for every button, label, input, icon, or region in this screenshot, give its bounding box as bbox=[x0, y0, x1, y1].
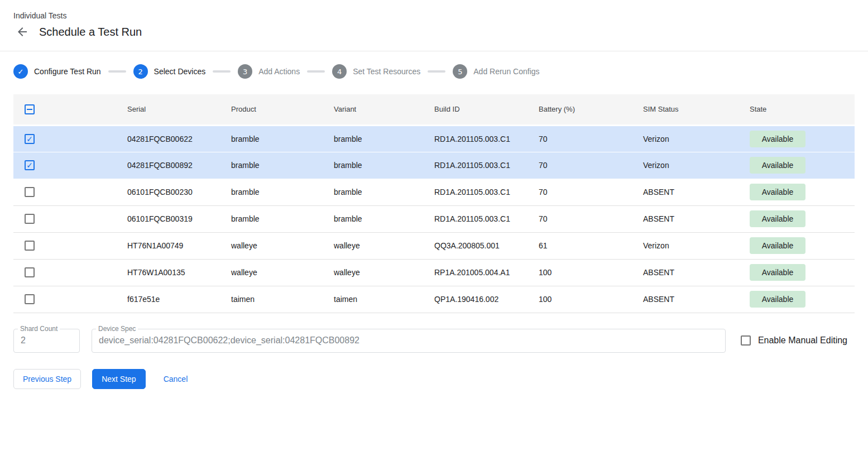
step-label: Select Devices bbox=[154, 67, 206, 76]
device-spec-value: device_serial:04281FQCB00622;device_seri… bbox=[99, 335, 359, 346]
table-row[interactable]: 04281FQCB00892 bramble bramble RD1A.2011… bbox=[13, 152, 855, 179]
step-set-test-resources[interactable]: 4 Set Test Resources bbox=[332, 64, 420, 79]
serial-cell: HT76N1A00749 bbox=[127, 232, 231, 259]
shard-count-label: Shard Count bbox=[18, 325, 60, 333]
step-circle: ✓ bbox=[13, 64, 28, 79]
step-add-rerun-configs[interactable]: 5 Add Rerun Configs bbox=[453, 64, 539, 79]
column-header-product: Product bbox=[231, 94, 334, 125]
table-row[interactable]: f617e51e taimen taimen QP1A.190416.002 1… bbox=[13, 286, 855, 313]
enable-manual-editing-toggle[interactable]: Enable Manual Editing bbox=[741, 335, 847, 346]
step-label: Configure Test Run bbox=[34, 67, 101, 76]
sim-status-cell: Verizon bbox=[643, 232, 750, 259]
row-checkbox[interactable] bbox=[25, 187, 35, 197]
state-badge: Available bbox=[750, 131, 805, 147]
table-row[interactable]: 06101FQCB00230 bramble bramble RD1A.2011… bbox=[13, 179, 855, 205]
serial-cell: f617e51e bbox=[127, 286, 231, 313]
build-id-cell: RD1A.201105.003.C1 bbox=[434, 205, 539, 232]
row-checkbox[interactable] bbox=[25, 294, 35, 304]
state-badge: Available bbox=[750, 237, 805, 254]
product-cell: walleye bbox=[231, 232, 334, 259]
battery-cell: 70 bbox=[539, 125, 643, 152]
column-header-state: State bbox=[750, 94, 855, 125]
build-id-cell: RP1A.201005.004.A1 bbox=[434, 259, 539, 286]
table-row[interactable]: 04281FQCB00622 bramble bramble RD1A.2011… bbox=[13, 125, 855, 152]
shard-count-value: 2 bbox=[21, 335, 26, 346]
serial-cell: 06101FQCB00319 bbox=[127, 205, 231, 232]
state-cell: Available bbox=[750, 205, 855, 232]
row-checkbox[interactable] bbox=[25, 134, 35, 144]
column-header-build-id: Build ID bbox=[434, 94, 539, 125]
state-cell: Available bbox=[750, 152, 855, 179]
breadcrumb: Individual Tests bbox=[13, 11, 855, 20]
serial-cell: 06101FQCB00230 bbox=[127, 179, 231, 205]
variant-cell: bramble bbox=[334, 205, 434, 232]
serial-cell: 04281FQCB00892 bbox=[127, 152, 231, 179]
battery-cell: 61 bbox=[539, 232, 643, 259]
row-checkbox[interactable] bbox=[25, 267, 35, 277]
product-cell: bramble bbox=[231, 152, 334, 179]
sim-status-cell: ABSENT bbox=[643, 179, 750, 205]
device-spec-field[interactable]: Device Spec device_serial:04281FQCB00622… bbox=[92, 329, 726, 353]
sim-status-cell: Verizon bbox=[643, 152, 750, 179]
variant-cell: bramble bbox=[334, 179, 434, 205]
step-circle: 5 bbox=[453, 64, 467, 79]
row-checkbox[interactable] bbox=[25, 241, 35, 251]
state-badge: Available bbox=[750, 184, 805, 200]
step-circle: 4 bbox=[332, 64, 347, 79]
step-label: Set Test Resources bbox=[353, 67, 420, 76]
step-label: Add Actions bbox=[258, 67, 300, 76]
table-row[interactable]: 06101FQCB00319 bramble bramble RD1A.2011… bbox=[13, 205, 855, 232]
sim-status-cell: ABSENT bbox=[643, 205, 750, 232]
page-title: Schedule a Test Run bbox=[39, 26, 142, 39]
table-row[interactable]: HT76N1A00749 walleye walleye QQ3A.200805… bbox=[13, 232, 855, 259]
product-cell: walleye bbox=[231, 259, 334, 286]
manual-editing-checkbox[interactable] bbox=[741, 335, 751, 346]
previous-step-button[interactable]: Previous Step bbox=[13, 369, 81, 389]
next-step-button[interactable]: Next Step bbox=[92, 369, 145, 389]
product-cell: taimen bbox=[231, 286, 334, 313]
table-row[interactable]: HT76W1A00135 walleye walleye RP1A.201005… bbox=[13, 259, 855, 286]
state-badge: Available bbox=[750, 264, 805, 281]
select-all-checkbox[interactable] bbox=[25, 104, 35, 114]
back-arrow-icon[interactable] bbox=[16, 25, 29, 39]
build-id-cell: QP1A.190416.002 bbox=[434, 286, 539, 313]
state-cell: Available bbox=[750, 179, 855, 205]
variant-cell: taimen bbox=[334, 286, 434, 313]
state-badge: Available bbox=[750, 291, 805, 308]
column-header-sim-status: SIM Status bbox=[643, 94, 750, 125]
variant-cell: bramble bbox=[334, 125, 434, 152]
step-connector bbox=[108, 70, 126, 73]
table-header-row: Serial Product Variant Build ID Battery … bbox=[13, 94, 855, 125]
step-configure-test-run[interactable]: ✓ Configure Test Run bbox=[13, 64, 101, 79]
variant-cell: bramble bbox=[334, 152, 434, 179]
device-spec-label: Device Spec bbox=[96, 325, 138, 333]
sim-status-cell: ABSENT bbox=[643, 286, 750, 313]
step-select-devices[interactable]: 2 Select Devices bbox=[133, 64, 206, 79]
state-cell: Available bbox=[750, 125, 855, 152]
state-cell: Available bbox=[750, 259, 855, 286]
battery-cell: 70 bbox=[539, 152, 643, 179]
battery-cell: 100 bbox=[539, 259, 643, 286]
variant-cell: walleye bbox=[334, 232, 434, 259]
step-add-actions[interactable]: 3 Add Actions bbox=[238, 64, 300, 79]
cancel-button[interactable]: Cancel bbox=[155, 369, 197, 389]
row-checkbox[interactable] bbox=[25, 160, 35, 170]
row-checkbox[interactable] bbox=[25, 214, 35, 224]
step-connector bbox=[307, 70, 325, 73]
device-table: Serial Product Variant Build ID Battery … bbox=[13, 94, 855, 313]
page-header: Individual Tests Schedule a Test Run bbox=[0, 0, 868, 39]
build-id-cell: RD1A.201105.003.C1 bbox=[434, 125, 539, 152]
header-divider bbox=[0, 51, 868, 51]
product-cell: bramble bbox=[231, 179, 334, 205]
product-cell: bramble bbox=[231, 205, 334, 232]
form-row: Shard Count 2 Device Spec device_serial:… bbox=[13, 329, 855, 353]
variant-cell: walleye bbox=[334, 259, 434, 286]
build-id-cell: RD1A.201105.003.C1 bbox=[434, 152, 539, 179]
step-connector bbox=[428, 70, 445, 73]
column-header-variant: Variant bbox=[334, 94, 434, 125]
column-header-serial: Serial bbox=[127, 94, 231, 125]
shard-count-field[interactable]: Shard Count 2 bbox=[13, 329, 80, 353]
product-cell: bramble bbox=[231, 125, 334, 152]
battery-cell: 100 bbox=[539, 286, 643, 313]
state-badge: Available bbox=[750, 157, 805, 174]
